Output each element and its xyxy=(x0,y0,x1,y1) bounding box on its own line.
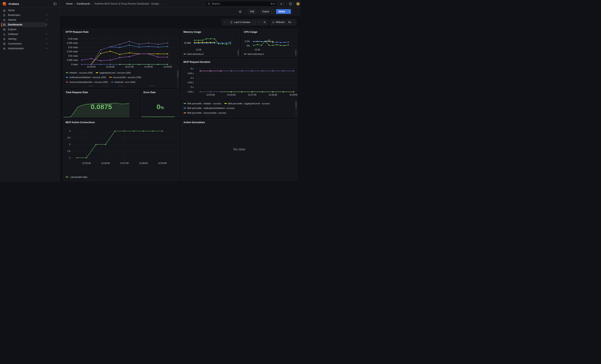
grafana-logo-link[interactable]: Grafana xyxy=(2,2,19,6)
legend-label: - (streamable-http) xyxy=(69,176,87,178)
time-range-picker[interactable]: Last 5 minutes xyxy=(228,19,256,25)
svg-text:0.01 req/s: 0.01 req/s xyxy=(68,55,78,57)
legend-item[interactable]: logging/setLevel - success (200) xyxy=(96,71,131,74)
sidebar-item-drilldown[interactable]: Drilldown xyxy=(0,32,60,37)
legend-label: notifications/initialized - success (202… xyxy=(69,76,106,79)
svg-text:0%: 0% xyxy=(247,45,250,47)
add-button[interactable]: + xyxy=(280,2,285,6)
avatar[interactable] xyxy=(296,2,300,6)
legend-scrollbar[interactable] xyxy=(177,71,178,78)
error-rate-sparkline xyxy=(141,115,180,118)
svg-text:4.50 s: 4.50 s xyxy=(188,72,194,75)
legend-item[interactable]: fetch-telemetry-0 xyxy=(184,53,204,55)
legend-label: 95th percentile - logging/setLevel - suc… xyxy=(228,102,270,105)
refresh-icon xyxy=(272,21,274,24)
expand-chevron-icon[interactable] xyxy=(45,33,48,35)
edit-button[interactable]: Edit xyxy=(248,9,256,14)
legend-item[interactable]: 95th percentile - notifications/initiali… xyxy=(184,107,234,109)
legend-item[interactable]: fetch-telemetry-0 xyxy=(244,53,264,55)
legend-label: 95th percentile - resources/list - succe… xyxy=(187,112,226,114)
expand-chevron-icon[interactable] xyxy=(45,14,48,16)
legend-item[interactable]: notifications/initialized - success (202… xyxy=(66,76,106,79)
breadcrumb-home[interactable]: Home xyxy=(66,2,72,5)
http-request-rate-chart: 12:25:0012:26:0012:27:0012:28:0012:29:00… xyxy=(63,34,179,68)
breadcrumb-dashboards[interactable]: Dashboards xyxy=(77,2,90,5)
refresh-interval-picker[interactable]: 5s xyxy=(287,19,296,25)
legend-item[interactable]: initialize - success (200) xyxy=(66,71,93,74)
refresh-interval-label: 5s xyxy=(288,21,291,24)
sidebar-item-dashboards[interactable]: Dashboards xyxy=(1,22,47,27)
svg-text:12:28:00: 12:28:00 xyxy=(269,94,277,96)
favorite-star-icon[interactable] xyxy=(239,10,242,13)
legend-scrollbar[interactable] xyxy=(296,101,297,108)
time-forward-button[interactable] xyxy=(256,19,261,25)
search-input[interactable]: Search... ⌘+k xyxy=(205,1,277,7)
time-range-label: Last 5 minutes xyxy=(234,21,250,24)
sidebar-item-label: Administration xyxy=(8,47,57,50)
share-button[interactable]: Share xyxy=(276,9,287,14)
sidebar-item-alerting[interactable]: Alerting xyxy=(0,37,60,41)
connections-icon xyxy=(3,42,6,45)
legend-swatch xyxy=(184,103,186,104)
legend-item[interactable]: unknown - success (200) xyxy=(127,85,155,86)
legend-label: initialize - success (200) xyxy=(69,71,93,74)
legend-scrollbar[interactable] xyxy=(295,50,296,56)
refresh-group: Refresh 5s xyxy=(270,19,296,25)
legend-row: - (streamable-http) xyxy=(66,175,176,179)
help-button[interactable]: ? xyxy=(289,2,292,6)
sidebar-item-home[interactable]: Home xyxy=(0,8,60,13)
sidebar-item-administration[interactable]: Administration xyxy=(0,46,60,51)
share-menu-button[interactable] xyxy=(287,9,291,14)
svg-text:0.005 req/s: 0.005 req/s xyxy=(67,59,78,61)
sidebar-item-connections[interactable]: Connections xyxy=(0,41,60,46)
search-icon xyxy=(208,2,210,5)
zoom-out-button[interactable] xyxy=(261,19,268,25)
legend-label: tools/call - success (200) xyxy=(69,85,93,86)
refresh-button[interactable]: Refresh xyxy=(270,19,287,25)
sidebar-item-explore[interactable]: Explore xyxy=(0,27,60,32)
legend-item[interactable]: tools/call - success (200) xyxy=(66,85,93,86)
panel-title: Memory Usage xyxy=(183,31,201,33)
legend-swatch xyxy=(109,77,112,78)
breadcrumb-current: ToolHive MCP Server & Proxy Runner Dashb… xyxy=(94,2,161,5)
expand-chevron-icon[interactable] xyxy=(45,23,48,26)
expand-chevron-icon[interactable] xyxy=(45,42,48,45)
brand-name: Grafana xyxy=(9,2,19,5)
breadcrumb: Home › Dashboards › ToolHive MCP Server … xyxy=(60,2,161,5)
plus-icon: + xyxy=(280,2,282,6)
svg-text:0.025 req/s: 0.025 req/s xyxy=(67,42,78,44)
cpu-legend: fetch-telemetry-0 xyxy=(244,52,295,56)
svg-text:2.50 s: 2.50 s xyxy=(188,91,194,93)
export-label: Export xyxy=(262,10,269,13)
sidebar-item-bookmarks[interactable]: Bookmarks xyxy=(0,13,60,18)
time-back-button[interactable] xyxy=(222,19,228,25)
sidebar-item-label: Dashboards xyxy=(8,23,45,26)
legend-item[interactable]: resources/templates/list - success (200) xyxy=(66,81,108,83)
grid-icon xyxy=(3,23,6,26)
legend-swatch xyxy=(244,54,246,54)
chevron-left-icon xyxy=(224,21,226,23)
legend-item[interactable]: resources/list - success (200) xyxy=(109,76,141,79)
svg-text:12:25:00: 12:25:00 xyxy=(87,66,95,68)
panel-title: Active Goroutines xyxy=(183,121,205,124)
dock-menu-icon[interactable] xyxy=(53,2,57,6)
legend-item[interactable]: tools/list - success (200) xyxy=(97,85,124,86)
svg-text:12:28:00: 12:28:00 xyxy=(139,162,148,164)
legend-item[interactable]: 95th percentile - resources/list - succe… xyxy=(184,112,226,114)
panel-mcp-request-duration: MCP Request Duration 12:25:0012:26:0012:… xyxy=(181,59,298,117)
expand-chevron-icon[interactable] xyxy=(45,19,48,21)
legend-item[interactable]: 95th percentile - initialize - success xyxy=(184,102,221,105)
legend-item[interactable]: - (streamable-http) xyxy=(66,176,87,178)
legend-item[interactable]: 95th percentile - logging/setLevel - suc… xyxy=(224,102,270,105)
expand-chevron-icon[interactable] xyxy=(45,38,48,40)
panel-mcp-active-connections: MCP Active Connections 12:25:0012:26:001… xyxy=(63,119,179,181)
legend-scrollbar[interactable] xyxy=(238,50,239,56)
svg-text:2: 2 xyxy=(69,143,70,146)
expand-chevron-icon[interactable] xyxy=(45,47,48,50)
export-button[interactable]: Export xyxy=(260,9,275,14)
legend-item[interactable]: tools/call - error (404) xyxy=(111,81,136,83)
stat-value: 0% xyxy=(141,103,179,111)
svg-text:12:25: 12:25 xyxy=(255,49,260,50)
legend-swatch xyxy=(184,108,186,108)
sidebar-item-starred[interactable]: Starred xyxy=(0,18,60,22)
